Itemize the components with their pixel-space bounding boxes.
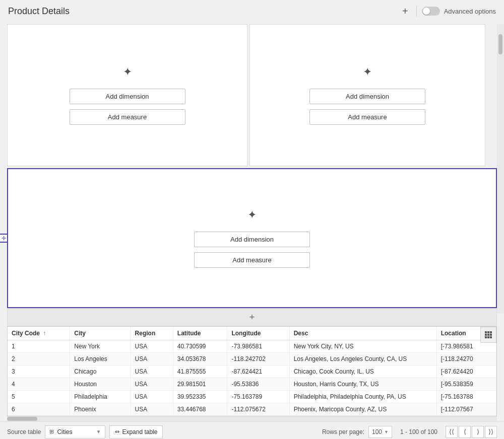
rows-per-page-container: Rows per page: 100 ▼ 1 - 100 of 100 ⟨⟨ ⟨… (322, 426, 497, 438)
rows-select-chevron: ▼ (384, 429, 389, 434)
advanced-options-toggle[interactable] (422, 7, 440, 16)
cell-latitude: 34.053678 (173, 353, 227, 365)
cell-longitude: -118.242702 (227, 353, 289, 365)
cell-city_code: 5 (8, 391, 70, 403)
table-selector[interactable]: ⊞ Cities ▼ (45, 425, 105, 438)
cell-region: USA (131, 391, 173, 403)
cell-region: USA (131, 365, 173, 378)
cell-location: [-87.624420 (436, 365, 496, 378)
add-row-button[interactable]: + (7, 308, 497, 326)
scrollbar-thumb (498, 34, 502, 54)
cell-latitude: 33.446768 (173, 403, 227, 416)
expand-table-icon: ⇔ (115, 428, 119, 435)
panel-2: ✦ Add dimension Add measure (249, 24, 485, 166)
rows-per-page-select[interactable]: 100 ▼ (368, 426, 392, 438)
col-header-desc[interactable]: Desc (289, 327, 436, 340)
table-row: 4HoustonUSA29.981501-95.53836Houston, Ha… (8, 378, 496, 391)
col-header-region[interactable]: Region (131, 327, 173, 340)
cell-latitude: 40.730599 (173, 340, 227, 353)
cell-city: Philadelphia (70, 391, 131, 403)
table-row: 2Los AngelesUSA34.053678-118.242702Los A… (8, 353, 496, 365)
col-header-longitude[interactable]: Longitude (227, 327, 289, 340)
bottom-panel-container: ✛ ✦ Add dimension Add measure + (7, 168, 497, 308)
add-dimension-button-1[interactable]: Add dimension (70, 89, 185, 104)
advanced-options-toggle-container: Advanced options (422, 7, 496, 16)
cell-region: USA (131, 340, 173, 353)
cell-city: New York (70, 340, 131, 353)
cell-city_code: 2 (8, 353, 70, 365)
sort-icon-city-code: ↑ (43, 330, 46, 337)
app-header: Product Details + Advanced options (0, 0, 504, 20)
cell-city: Chicago (70, 365, 131, 378)
rows-per-page-value: 100 (372, 428, 382, 435)
table-icon: ⊞ (49, 428, 54, 435)
h-scrollbar-thumb (7, 417, 37, 421)
cell-desc: Houston, Harris County, TX, US (289, 378, 436, 391)
expand-table-button[interactable]: ⇔ Expand table (109, 425, 163, 438)
pagination-last-button[interactable]: ⟩⟩ (485, 426, 497, 438)
grid-icon (485, 331, 492, 338)
source-table-label: Source table (7, 428, 41, 435)
cell-desc: Chicago, Cook County, IL, US (289, 365, 436, 378)
cell-desc: Los Angeles, Los Angeles County, CA, US (289, 353, 436, 365)
cell-city: Los Angeles (70, 353, 131, 365)
table-row: 5PhiladelphiaUSA39.952335-75.163789Phila… (8, 391, 496, 403)
header-controls: + Advanced options (399, 5, 496, 17)
cell-region: USA (131, 353, 173, 365)
cell-longitude: -73.986581 (227, 340, 289, 353)
horizontal-scrollbar[interactable] (7, 416, 497, 421)
cell-desc: Philadelphia, Philadelphia County, PA, U… (289, 391, 436, 403)
cell-latitude: 41.875555 (173, 365, 227, 378)
rows-per-page-label: Rows per page: (322, 428, 364, 435)
cell-region: USA (131, 403, 173, 416)
cell-latitude: 39.952335 (173, 391, 227, 403)
cell-city_code: 3 (8, 365, 70, 378)
footer-toolbar: Source table ⊞ Cities ▼ ⇔ Expand table R… (0, 421, 504, 439)
cell-longitude: -87.624421 (227, 365, 289, 378)
table-grid-icon-button[interactable] (480, 327, 496, 343)
data-table-wrapper: City Code ↑ City Region Latitude Longitu… (7, 326, 497, 416)
table-selector-chevron: ▼ (96, 429, 101, 434)
cell-city_code: 4 (8, 378, 70, 391)
right-scrollbar[interactable] (497, 24, 504, 314)
pagination-info: 1 - 100 of 100 (400, 428, 437, 435)
table-row: 3ChicagoUSA41.875555-87.624421Chicago, C… (8, 365, 496, 378)
cell-location: [-112.07567 (436, 403, 496, 416)
table-selector-name: Cities (57, 428, 93, 435)
cell-location: [-75.163788 (436, 391, 496, 403)
pagination-prev-button[interactable]: ⟨ (459, 426, 471, 438)
add-measure-button-1[interactable]: Add measure (70, 109, 185, 125)
panel-1: ✦ Add dimension Add measure (7, 24, 247, 166)
cell-longitude: -95.53836 (227, 378, 289, 391)
page-title: Product Details (8, 6, 70, 17)
add-dimension-button-3[interactable]: Add dimension (194, 232, 310, 247)
table-row: 1New YorkUSA40.730599-73.986581New York … (8, 340, 496, 353)
magic-wand-icon-2: ✦ (363, 65, 372, 79)
add-dimension-button-2[interactable]: Add dimension (309, 89, 425, 104)
col-header-latitude[interactable]: Latitude (173, 327, 227, 340)
add-button[interactable]: + (399, 5, 411, 17)
col-header-city[interactable]: City (70, 327, 131, 340)
advanced-options-label: Advanced options (444, 8, 496, 15)
panel-3: ✦ Add dimension Add measure (7, 168, 497, 308)
cell-city: Phoenix (70, 403, 131, 416)
cell-desc: New York City, NY, US (289, 340, 436, 353)
pagination-next-button[interactable]: ⟩ (472, 426, 484, 438)
cell-location: [-118.24270 (436, 353, 496, 365)
magic-wand-icon-3: ✦ (247, 208, 257, 222)
col-header-city-code[interactable]: City Code ↑ (8, 327, 70, 340)
panels-wrapper: ✦ Add dimension Add measure ✦ Add dimens… (0, 20, 504, 326)
top-panels-row: ✦ Add dimension Add measure ✦ Add dimens… (0, 20, 504, 166)
cell-city_code: 1 (8, 340, 70, 353)
magic-wand-icon-1: ✦ (123, 65, 132, 79)
add-measure-button-2[interactable]: Add measure (309, 109, 425, 125)
cell-longitude: -75.163789 (227, 391, 289, 403)
cell-location: [-95.538359 (436, 378, 496, 391)
cell-city_code: 6 (8, 403, 70, 416)
cell-latitude: 29.981501 (173, 378, 227, 391)
pagination-buttons: ⟨⟨ ⟨ ⟩ ⟩⟩ (446, 426, 497, 438)
cell-city: Houston (70, 378, 131, 391)
add-measure-button-3[interactable]: Add measure (194, 252, 310, 268)
header-divider (416, 6, 417, 17)
pagination-first-button[interactable]: ⟨⟨ (446, 426, 458, 438)
